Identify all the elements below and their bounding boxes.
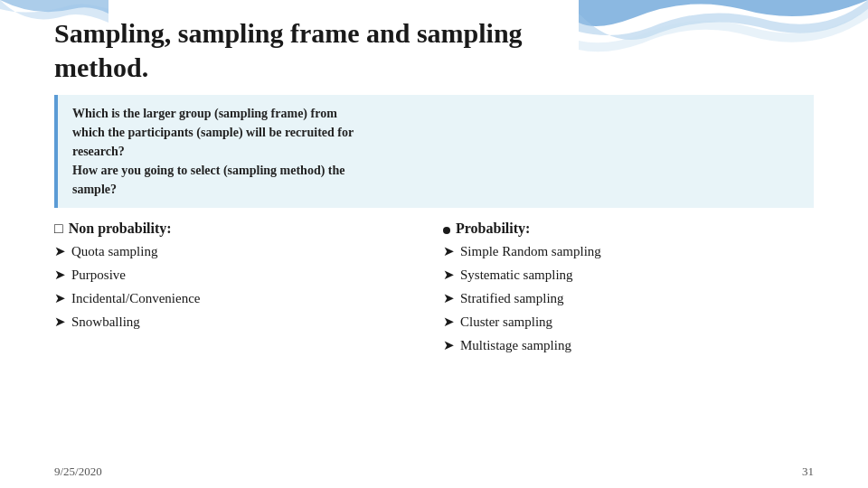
item-stratified: Stratified sampling	[460, 289, 564, 308]
item-snowballing: Snowballing	[71, 313, 140, 332]
arrow-icon: ➤	[443, 266, 455, 285]
checkbox-icon: □	[54, 221, 63, 236]
probability-column: Probability: ➤ Simple Random sampling ➤ …	[443, 221, 814, 360]
arrow-icon: ➤	[54, 289, 66, 308]
item-simple-random: Simple Random sampling	[460, 242, 601, 261]
arrow-icon: ➤	[443, 242, 455, 261]
intro-line4: How are you going to select (sampling me…	[72, 164, 345, 177]
intro-line3: research?	[72, 145, 125, 158]
item-purposive: Purposive	[71, 266, 126, 285]
non-probability-header: □ Non probability:	[54, 221, 425, 237]
intro-line5: sample?	[72, 183, 117, 196]
list-item: ➤ Incidental/Convenience	[54, 289, 425, 308]
item-quota: Quota sampling	[71, 242, 157, 261]
footer-date: 9/25/2020	[54, 465, 102, 479]
list-item: ➤ Purposive	[54, 266, 425, 285]
list-item: ➤ Multistage sampling	[443, 336, 814, 355]
title-line2: method.	[54, 52, 148, 82]
intro-line2: which the participants (sample) will be …	[72, 126, 354, 139]
non-probability-label: Non probability:	[69, 221, 172, 236]
title-line1: Sampling, sampling frame and sampling	[54, 18, 523, 48]
probability-header: Probability:	[443, 221, 814, 237]
item-cluster: Cluster sampling	[460, 313, 552, 332]
item-multistage: Multistage sampling	[460, 336, 571, 355]
slide-content: Sampling, sampling frame and sampling me…	[0, 0, 868, 369]
columns: □ Non probability: ➤ Quota sampling ➤ Pu…	[54, 221, 814, 360]
list-item: ➤ Quota sampling	[54, 242, 425, 261]
arrow-icon: ➤	[443, 313, 455, 332]
list-item: ➤ Stratified sampling	[443, 289, 814, 308]
intro-box: Which is the larger group (sampling fram…	[54, 95, 814, 208]
item-systematic: Systematic sampling	[460, 266, 573, 285]
arrow-icon: ➤	[54, 266, 66, 285]
arrow-icon: ➤	[54, 242, 66, 261]
bullet-dot	[443, 227, 450, 234]
arrow-icon: ➤	[443, 289, 455, 308]
intro-line1: Which is the larger group (sampling fram…	[72, 107, 337, 120]
non-probability-column: □ Non probability: ➤ Quota sampling ➤ Pu…	[54, 221, 425, 360]
probability-label: Probability:	[456, 221, 530, 237]
probability-list: ➤ Simple Random sampling ➤ Systematic sa…	[443, 242, 814, 355]
footer-page: 31	[802, 465, 814, 479]
list-item: ➤ Cluster sampling	[443, 313, 814, 332]
item-incidental: Incidental/Convenience	[71, 289, 200, 308]
list-item: ➤ Systematic sampling	[443, 266, 814, 285]
slide-title: Sampling, sampling frame and sampling me…	[54, 16, 814, 84]
arrow-icon: ➤	[54, 313, 66, 332]
non-probability-list: ➤ Quota sampling ➤ Purposive ➤ Incidenta…	[54, 242, 425, 332]
list-item: ➤ Simple Random sampling	[443, 242, 814, 261]
footer: 9/25/2020 31	[54, 465, 814, 479]
arrow-icon: ➤	[443, 336, 455, 355]
list-item: ➤ Snowballing	[54, 313, 425, 332]
